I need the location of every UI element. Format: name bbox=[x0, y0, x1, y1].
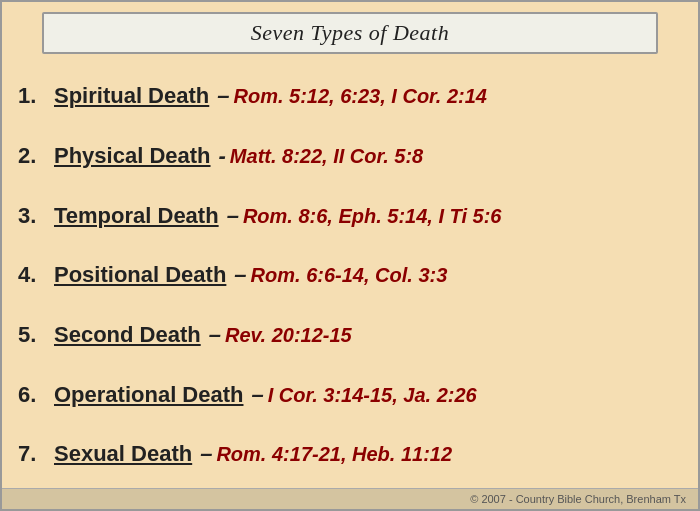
title-bar: Seven Types of Death bbox=[42, 12, 658, 54]
list-item: 7.Sexual Death – Rom. 4:17-21, Heb. 11:1… bbox=[18, 440, 682, 467]
item-term: Sexual Death bbox=[54, 441, 192, 466]
content-area: 1.Spiritual Death – Rom. 5:12, 6:23, I C… bbox=[2, 62, 698, 488]
item-number: 7. bbox=[18, 441, 54, 466]
item-reference: Rev. 20:12-15 bbox=[225, 324, 352, 347]
item-reference: Rom. 8:6, Eph. 5:14, I Ti 5:6 bbox=[243, 205, 502, 228]
item-reference: I Cor. 3:14-15, Ja. 2:26 bbox=[268, 384, 477, 407]
item-number: 2. bbox=[18, 143, 54, 168]
item-number: 4. bbox=[18, 262, 54, 287]
item-term: Temporal Death bbox=[54, 203, 219, 228]
item-term: Positional Death bbox=[54, 262, 226, 287]
item-dash: - bbox=[219, 143, 226, 168]
list-item: 6.Operational Death – I Cor. 3:14-15, Ja… bbox=[18, 381, 682, 408]
item-term: Operational Death bbox=[54, 382, 243, 407]
item-term: Physical Death bbox=[54, 143, 211, 168]
item-dash: – bbox=[251, 382, 263, 407]
item-dash: – bbox=[209, 322, 221, 347]
list-item: 1.Spiritual Death – Rom. 5:12, 6:23, I C… bbox=[18, 82, 682, 109]
item-number: 3. bbox=[18, 203, 54, 228]
footer: © 2007 - Country Bible Church, Brenham T… bbox=[2, 488, 698, 509]
item-number: 6. bbox=[18, 382, 54, 407]
item-reference: Rom. 5:12, 6:23, I Cor. 2:14 bbox=[234, 85, 487, 108]
list-item: 4.Positional Death – Rom. 6:6-14, Col. 3… bbox=[18, 261, 682, 288]
list-item: 3.Temporal Death – Rom. 8:6, Eph. 5:14, … bbox=[18, 202, 682, 229]
item-dash: – bbox=[200, 441, 212, 466]
list-item: 2.Physical Death - Matt. 8:22, II Cor. 5… bbox=[18, 142, 682, 169]
item-dash: – bbox=[227, 203, 239, 228]
list-item: 5.Second Death – Rev. 20:12-15 bbox=[18, 321, 682, 348]
item-dash: – bbox=[234, 262, 246, 287]
item-term: Spiritual Death bbox=[54, 83, 209, 108]
item-dash: – bbox=[217, 83, 229, 108]
item-term: Second Death bbox=[54, 322, 201, 347]
footer-text: © 2007 - Country Bible Church, Brenham T… bbox=[470, 493, 686, 505]
item-number: 5. bbox=[18, 322, 54, 347]
item-reference: Rom. 4:17-21, Heb. 11:12 bbox=[216, 443, 452, 466]
item-reference: Rom. 6:6-14, Col. 3:3 bbox=[251, 264, 448, 287]
item-number: 1. bbox=[18, 83, 54, 108]
page-title: Seven Types of Death bbox=[251, 20, 449, 45]
item-reference: Matt. 8:22, II Cor. 5:8 bbox=[230, 145, 423, 168]
